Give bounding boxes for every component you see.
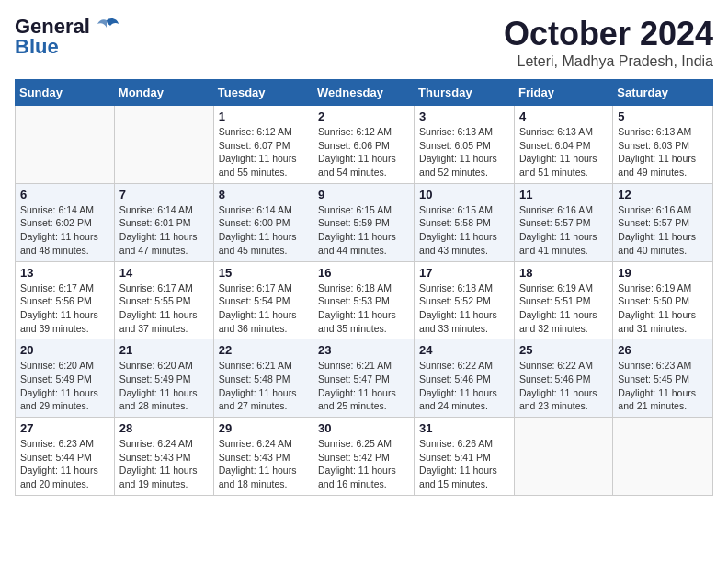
calendar-day-cell: 25Sunrise: 6:22 AMSunset: 5:46 PMDayligh…: [514, 339, 612, 418]
day-info: Sunrise: 6:15 AMSunset: 5:58 PMDaylight:…: [419, 203, 509, 258]
calendar-day-cell: 6Sunrise: 6:14 AMSunset: 6:02 PMDaylight…: [16, 183, 115, 261]
day-number: 31: [419, 421, 509, 435]
day-info: Sunrise: 6:17 AMSunset: 5:55 PMDaylight:…: [119, 282, 209, 336]
calendar-day-cell: 20Sunrise: 6:20 AMSunset: 5:49 PMDayligh…: [16, 339, 115, 418]
day-number: 3: [419, 109, 509, 123]
weekday-header-cell: Thursday: [415, 80, 515, 106]
calendar-week-row: 6Sunrise: 6:14 AMSunset: 6:02 PMDaylight…: [16, 183, 713, 261]
day-info: Sunrise: 6:26 AMSunset: 5:41 PMDaylight:…: [419, 437, 509, 491]
day-info: Sunrise: 6:23 AMSunset: 5:44 PMDaylight:…: [20, 437, 109, 491]
day-info: Sunrise: 6:12 AMSunset: 6:06 PMDaylight:…: [318, 125, 409, 179]
calendar-day-cell: [514, 418, 612, 496]
day-number: 23: [318, 343, 409, 357]
calendar-day-cell: 21Sunrise: 6:20 AMSunset: 5:49 PMDayligh…: [114, 339, 213, 418]
day-number: 9: [318, 188, 409, 201]
day-number: 25: [519, 343, 608, 357]
day-number: 2: [318, 109, 409, 123]
day-number: 21: [119, 343, 209, 357]
day-number: 13: [20, 266, 109, 280]
day-info: Sunrise: 6:19 AMSunset: 5:51 PMDaylight:…: [519, 282, 608, 336]
calendar-day-cell: 19Sunrise: 6:19 AMSunset: 5:50 PMDayligh…: [613, 261, 713, 339]
day-info: Sunrise: 6:24 AMSunset: 5:43 PMDaylight:…: [119, 437, 209, 491]
day-info: Sunrise: 6:13 AMSunset: 6:03 PMDaylight:…: [618, 125, 708, 179]
weekday-header-cell: Sunday: [16, 80, 115, 106]
day-number: 24: [419, 343, 509, 357]
day-number: 15: [219, 266, 308, 280]
calendar-day-cell: 26Sunrise: 6:23 AMSunset: 5:45 PMDayligh…: [613, 339, 713, 418]
calendar-day-cell: 12Sunrise: 6:16 AMSunset: 5:57 PMDayligh…: [613, 183, 713, 261]
day-number: 28: [119, 421, 209, 435]
day-number: 30: [318, 421, 409, 435]
calendar-week-row: 13Sunrise: 6:17 AMSunset: 5:56 PMDayligh…: [16, 261, 713, 339]
day-number: 6: [20, 188, 109, 201]
calendar-day-cell: 14Sunrise: 6:17 AMSunset: 5:55 PMDayligh…: [114, 261, 213, 339]
day-info: Sunrise: 6:14 AMSunset: 6:02 PMDaylight:…: [20, 203, 109, 258]
month-title: October 2024: [504, 15, 713, 53]
logo: General Blue: [15, 15, 119, 59]
day-number: 4: [519, 109, 608, 123]
calendar-table: SundayMondayTuesdayWednesdayThursdayFrid…: [15, 79, 713, 496]
day-info: Sunrise: 6:17 AMSunset: 5:56 PMDaylight:…: [20, 282, 109, 336]
day-info: Sunrise: 6:14 AMSunset: 6:01 PMDaylight:…: [119, 203, 209, 258]
calendar-day-cell: 11Sunrise: 6:16 AMSunset: 5:57 PMDayligh…: [514, 183, 612, 261]
calendar-day-cell: 30Sunrise: 6:25 AMSunset: 5:42 PMDayligh…: [313, 418, 415, 496]
day-number: 12: [618, 188, 708, 201]
day-info: Sunrise: 6:17 AMSunset: 5:54 PMDaylight:…: [219, 282, 308, 336]
calendar-day-cell: 13Sunrise: 6:17 AMSunset: 5:56 PMDayligh…: [16, 261, 115, 339]
calendar-day-cell: 27Sunrise: 6:23 AMSunset: 5:44 PMDayligh…: [16, 418, 115, 496]
day-info: Sunrise: 6:24 AMSunset: 5:43 PMDaylight:…: [219, 437, 308, 491]
calendar-week-row: 20Sunrise: 6:20 AMSunset: 5:49 PMDayligh…: [16, 339, 713, 418]
day-number: 26: [618, 343, 708, 357]
weekday-header-row: SundayMondayTuesdayWednesdayThursdayFrid…: [16, 80, 713, 106]
day-number: 29: [219, 421, 308, 435]
calendar-day-cell: 28Sunrise: 6:24 AMSunset: 5:43 PMDayligh…: [114, 418, 213, 496]
day-info: Sunrise: 6:15 AMSunset: 5:59 PMDaylight:…: [318, 203, 409, 258]
day-number: 5: [618, 109, 708, 123]
logo-bird-icon: [94, 17, 119, 37]
day-number: 18: [519, 266, 608, 280]
day-info: Sunrise: 6:23 AMSunset: 5:45 PMDaylight:…: [618, 359, 708, 413]
day-info: Sunrise: 6:12 AMSunset: 6:07 PMDaylight:…: [219, 125, 308, 179]
calendar-day-cell: [16, 106, 115, 184]
day-info: Sunrise: 6:21 AMSunset: 5:47 PMDaylight:…: [318, 359, 409, 413]
day-info: Sunrise: 6:13 AMSunset: 6:04 PMDaylight:…: [519, 125, 608, 179]
day-number: 11: [519, 188, 608, 201]
day-info: Sunrise: 6:16 AMSunset: 5:57 PMDaylight:…: [519, 203, 608, 258]
day-number: 1: [219, 109, 308, 123]
day-info: Sunrise: 6:22 AMSunset: 5:46 PMDaylight:…: [519, 359, 608, 413]
calendar-day-cell: 18Sunrise: 6:19 AMSunset: 5:51 PMDayligh…: [514, 261, 612, 339]
calendar-day-cell: 3Sunrise: 6:13 AMSunset: 6:05 PMDaylight…: [415, 106, 515, 184]
calendar-week-row: 1Sunrise: 6:12 AMSunset: 6:07 PMDaylight…: [16, 106, 713, 184]
logo-text-blue: Blue: [15, 35, 59, 59]
calendar-week-row: 27Sunrise: 6:23 AMSunset: 5:44 PMDayligh…: [16, 418, 713, 496]
calendar-day-cell: [114, 106, 213, 184]
title-block: October 2024 Leteri, Madhya Pradesh, Ind…: [504, 15, 713, 70]
calendar-day-cell: 31Sunrise: 6:26 AMSunset: 5:41 PMDayligh…: [415, 418, 515, 496]
day-info: Sunrise: 6:19 AMSunset: 5:50 PMDaylight:…: [618, 282, 708, 336]
day-info: Sunrise: 6:20 AMSunset: 5:49 PMDaylight:…: [119, 359, 209, 413]
day-number: 8: [219, 188, 308, 201]
weekday-header-cell: Tuesday: [213, 80, 313, 106]
day-info: Sunrise: 6:13 AMSunset: 6:05 PMDaylight:…: [419, 125, 509, 179]
calendar-day-cell: 29Sunrise: 6:24 AMSunset: 5:43 PMDayligh…: [213, 418, 313, 496]
calendar-day-cell: 15Sunrise: 6:17 AMSunset: 5:54 PMDayligh…: [213, 261, 313, 339]
day-info: Sunrise: 6:20 AMSunset: 5:49 PMDaylight:…: [20, 359, 109, 413]
calendar-day-cell: 1Sunrise: 6:12 AMSunset: 6:07 PMDaylight…: [213, 106, 313, 184]
calendar-day-cell: 4Sunrise: 6:13 AMSunset: 6:04 PMDaylight…: [514, 106, 612, 184]
day-info: Sunrise: 6:18 AMSunset: 5:52 PMDaylight:…: [419, 282, 509, 336]
weekday-header-cell: Wednesday: [313, 80, 415, 106]
day-number: 7: [119, 188, 209, 201]
calendar-day-cell: 23Sunrise: 6:21 AMSunset: 5:47 PMDayligh…: [313, 339, 415, 418]
calendar-day-cell: 22Sunrise: 6:21 AMSunset: 5:48 PMDayligh…: [213, 339, 313, 418]
calendar-day-cell: 2Sunrise: 6:12 AMSunset: 6:06 PMDaylight…: [313, 106, 415, 184]
day-number: 17: [419, 266, 509, 280]
day-number: 16: [318, 266, 409, 280]
day-number: 27: [20, 421, 109, 435]
calendar-day-cell: 24Sunrise: 6:22 AMSunset: 5:46 PMDayligh…: [415, 339, 515, 418]
weekday-header-cell: Monday: [114, 80, 213, 106]
calendar-day-cell: 5Sunrise: 6:13 AMSunset: 6:03 PMDaylight…: [613, 106, 713, 184]
day-info: Sunrise: 6:18 AMSunset: 5:53 PMDaylight:…: [318, 282, 409, 336]
day-info: Sunrise: 6:14 AMSunset: 6:00 PMDaylight:…: [219, 203, 308, 258]
day-number: 19: [618, 266, 708, 280]
calendar-day-cell: 17Sunrise: 6:18 AMSunset: 5:52 PMDayligh…: [415, 261, 515, 339]
